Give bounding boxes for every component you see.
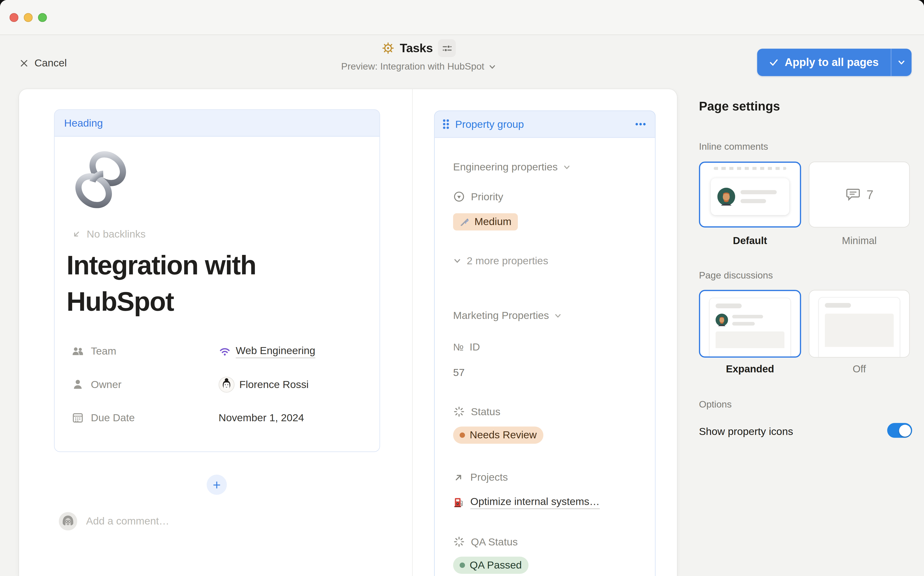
arrow-down-left-icon: [71, 229, 81, 240]
mock-title-bar: [825, 303, 851, 308]
chevron-down-icon: [554, 312, 562, 319]
mock-comment-card: [711, 178, 789, 215]
qa-status-label: QA Status: [471, 536, 517, 548]
projects-relation-link[interactable]: Optimize internal systems…: [453, 493, 600, 511]
chevron-down-icon: [488, 62, 496, 70]
column-divider: [412, 89, 413, 576]
option-label-expanded: Expanded: [699, 363, 801, 375]
window-close-button[interactable]: [10, 13, 18, 22]
page-title-tasks: Tasks: [400, 41, 432, 55]
mock-discussion-panel: [710, 298, 790, 358]
show-property-icons-toggle[interactable]: [887, 423, 912, 438]
page-discussions-option-expanded[interactable]: [699, 290, 801, 357]
chevron-down-icon: [453, 257, 461, 265]
cancel-button[interactable]: Cancel: [19, 54, 67, 71]
qa-status-value-chip[interactable]: QA Passed: [453, 557, 528, 574]
status-spinner-icon: [453, 536, 465, 547]
status-dot-icon: [460, 563, 465, 568]
mock-line: [740, 190, 777, 194]
avatar-current-user: [59, 512, 77, 531]
owner-value: Florence Rossi: [239, 378, 309, 390]
avatar-van-gogh: [717, 188, 735, 206]
status-property[interactable]: Status: [453, 403, 501, 420]
apply-to-all-pages-button[interactable]: Apply to all pages: [757, 49, 912, 76]
preview-selector[interactable]: Preview: Integration with HubSpot: [341, 61, 496, 72]
sliders-icon: [441, 42, 453, 54]
status-value-chip[interactable]: Needs Review: [453, 427, 543, 444]
priority-label: Priority: [471, 190, 503, 203]
qa-status-value: QA Passed: [470, 559, 522, 571]
comment-input[interactable]: Add a comment…: [86, 515, 169, 528]
mock-text-line: [714, 167, 786, 170]
team-value-link[interactable]: Web Engineering: [236, 344, 316, 358]
status-label: Status: [471, 405, 500, 418]
apply-label: Apply to all pages: [785, 56, 879, 69]
more-properties-toggle[interactable]: 2 more properties: [453, 253, 548, 269]
projects-property[interactable]: Projects: [453, 469, 508, 485]
backlinks-text: No backlinks: [87, 228, 145, 241]
add-block-button[interactable]: +: [207, 475, 227, 495]
check-icon: [769, 58, 779, 67]
more-properties-label: 2 more properties: [467, 254, 548, 267]
comment-count-badge: 7: [867, 187, 873, 202]
plus-icon: +: [213, 477, 221, 493]
document-header: Tasks Preview: Integration with HubSpot: [341, 39, 496, 72]
options-heading: Options: [699, 399, 732, 410]
toggle-knob: [899, 424, 911, 436]
property-row-owner[interactable]: Owner: [71, 376, 362, 393]
priority-value-chip[interactable]: Medium: [453, 213, 518, 230]
inline-comments-option-default[interactable]: [699, 162, 801, 227]
mock-discussion-panel: [819, 298, 900, 357]
avatar-florence: [219, 376, 235, 392]
property-group-band: Property group •••: [435, 111, 655, 138]
priority-property[interactable]: Priority: [453, 188, 503, 205]
property-label: Team: [91, 345, 116, 357]
inline-comments-heading: Inline comments: [699, 141, 768, 152]
mock-line: [732, 315, 763, 318]
mock-line: [732, 322, 755, 325]
property-group-card[interactable]: Property group ••• Engineering propertie…: [434, 110, 656, 576]
property-label: Due Date: [91, 411, 135, 424]
id-value[interactable]: 57: [453, 364, 464, 381]
projects-label: Projects: [471, 471, 508, 483]
drag-handle-icon[interactable]: [443, 120, 448, 129]
option-label-minimal: Minimal: [809, 235, 910, 247]
page-discussions-heading: Page discussions: [699, 270, 773, 281]
window-zoom-button[interactable]: [38, 13, 47, 22]
calendar-icon: [71, 411, 84, 424]
section-marketing-properties[interactable]: Marketing Properties: [453, 307, 562, 324]
numero-icon: №: [453, 341, 464, 353]
heading-block-band: Heading: [54, 110, 380, 137]
chevron-down-icon: [897, 58, 906, 67]
inline-comments-option-minimal[interactable]: 7: [809, 162, 910, 227]
heading-block-card[interactable]: Heading: [54, 109, 380, 452]
qa-status-property[interactable]: QA Status: [453, 533, 517, 550]
apply-dropdown-button[interactable]: [891, 49, 911, 76]
comment-composer[interactable]: Add a comment…: [59, 512, 169, 531]
backlinks-indicator[interactable]: No backlinks: [71, 228, 145, 241]
mock-line: [740, 199, 766, 203]
page-discussions-option-off[interactable]: [809, 290, 910, 357]
customize-page-modal: Cancel Tasks: [0, 0, 924, 576]
projects-value-link[interactable]: Optimize internal systems…: [471, 495, 600, 509]
page-preview-canvas: Heading: [19, 89, 677, 576]
page-title[interactable]: Integration with HubSpot: [66, 247, 350, 320]
cancel-label: Cancel: [34, 57, 67, 69]
section-engineering-properties[interactable]: Engineering properties: [453, 158, 571, 175]
status-dot-icon: [460, 432, 465, 438]
section-title: Marketing Properties: [453, 309, 549, 322]
id-property[interactable]: № ID: [453, 339, 480, 355]
heading-block-label: Heading: [64, 117, 103, 129]
due-date-value: November 1, 2024: [219, 411, 304, 424]
page-settings-title: Page settings: [699, 99, 780, 114]
property-label: Owner: [91, 378, 121, 390]
mock-content-block: [825, 314, 894, 347]
ellipsis-menu-button[interactable]: •••: [635, 119, 646, 129]
view-options-button[interactable]: [438, 39, 456, 57]
window-minimize-button[interactable]: [24, 13, 33, 22]
property-row-team[interactable]: Team Web Engineering: [71, 342, 362, 360]
priority-select-icon: [453, 190, 465, 202]
chain-links-icon: [68, 146, 135, 214]
chevron-down-icon: [563, 163, 571, 171]
property-row-due-date[interactable]: Due Date November 1, 2024: [71, 409, 362, 427]
